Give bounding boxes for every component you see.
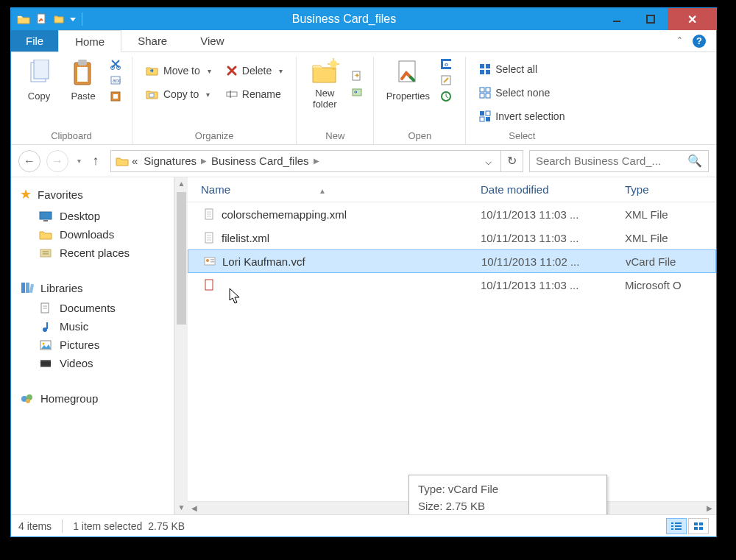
newfolder-icon — [310, 58, 339, 85]
svg-rect-73 — [210, 259, 214, 260]
breadcrumb-sep-icon[interactable]: ▶ — [199, 157, 208, 165]
scroll-left-icon[interactable]: ◀ — [188, 502, 201, 514]
nav-recent[interactable]: Recent places — [11, 244, 174, 262]
paste-shortcut-icon[interactable] — [110, 91, 121, 102]
file-tab[interactable]: File — [11, 30, 58, 52]
nav-music[interactable]: Music — [11, 317, 174, 336]
col-type[interactable]: Type — [625, 183, 703, 196]
nav-desktop[interactable]: Desktop — [11, 207, 174, 225]
help-icon[interactable]: ? — [693, 35, 706, 48]
status-bar: 4 items 1 item selected 2.75 KB — [11, 514, 716, 536]
svg-rect-36 — [486, 88, 490, 92]
share-tab[interactable]: Share — [121, 30, 184, 52]
properties-button[interactable]: Properties — [380, 58, 436, 102]
moveto-button[interactable]: Move to ▾ — [143, 61, 214, 80]
separator — [82, 13, 82, 26]
cut-icon[interactable] — [110, 58, 121, 70]
nav-pictures[interactable]: Pictures — [11, 336, 174, 354]
file-type: XML File — [625, 232, 703, 244]
history-dropdown-icon[interactable]: ▾ — [77, 157, 81, 165]
qat-dropdown-icon[interactable] — [70, 18, 76, 21]
home-tab[interactable]: Home — [58, 30, 121, 52]
nav-videos[interactable]: Videos — [11, 354, 174, 372]
address-dropdown-icon[interactable]: ⌵ — [481, 155, 496, 168]
file-row[interactable]: Lori Kaufman.vcf 10/11/2013 11:02 ... vC… — [188, 249, 716, 273]
view-tab[interactable]: View — [184, 30, 241, 52]
window-controls: ✕ — [600, 8, 716, 30]
scroll-right-icon[interactable]: ▶ — [703, 502, 716, 514]
moveto-icon — [146, 65, 159, 77]
selectall-button[interactable]: Select all — [476, 60, 567, 79]
breadcrumb-segment[interactable]: Business Card_files — [208, 155, 312, 167]
minimize-button[interactable] — [600, 8, 634, 30]
file-icon — [201, 232, 217, 244]
maximize-button[interactable] — [634, 8, 668, 30]
navigation-pane[interactable]: ★Favorites Desktop Downloads Recent plac… — [11, 177, 174, 514]
breadcrumb-sep-icon[interactable]: ▶ — [312, 157, 321, 165]
file-type: vCard File — [626, 255, 702, 268]
nav-downloads[interactable]: Downloads — [11, 225, 174, 244]
search-input[interactable] — [536, 155, 687, 167]
open-icon[interactable]: o — [440, 58, 455, 70]
copy-button[interactable]: Copy — [17, 58, 61, 102]
properties-icon[interactable] — [36, 13, 48, 25]
delete-button[interactable]: Delete ▾ — [223, 61, 286, 80]
column-headers[interactable]: Name▲ Date modified Type — [188, 177, 716, 202]
svg-rect-14 — [149, 93, 154, 97]
star-icon: ★ — [20, 186, 32, 202]
file-row[interactable]: filelist.xml 10/11/2013 11:03 ... XML Fi… — [188, 226, 716, 249]
svg-rect-79 — [675, 525, 682, 527]
icons-view-button[interactable] — [688, 518, 709, 534]
scroll-up-icon[interactable]: ▲ — [175, 177, 188, 191]
file-row[interactable]: colorschememapping.xml 10/11/2013 11:03 … — [188, 202, 716, 226]
minimize-ribbon-icon[interactable]: ˄ — [677, 35, 682, 47]
refresh-button[interactable]: ↻ — [501, 150, 523, 172]
ribbon: Copy Paste abc Clipboard — [11, 52, 716, 145]
col-name[interactable]: Name — [201, 183, 230, 196]
history-icon[interactable] — [440, 91, 455, 102]
svg-rect-50 — [29, 284, 34, 294]
favorites-label: Favorites — [38, 188, 83, 201]
new-item-icon[interactable]: ✦ — [351, 70, 363, 82]
file-name: Lori Kaufman.vcf — [218, 255, 481, 268]
quick-access-toolbar — [11, 13, 88, 26]
libraries-header[interactable]: Libraries — [11, 277, 174, 299]
edit-icon[interactable] — [440, 74, 455, 86]
paste-button[interactable]: Paste — [61, 58, 105, 102]
search-icon[interactable]: 🔍 — [687, 154, 702, 168]
file-row[interactable]: 10/11/2013 11:03 ... Microsoft O — [188, 273, 716, 297]
svg-rect-77 — [675, 522, 682, 524]
svg-rect-39 — [480, 111, 484, 116]
new-folder-icon[interactable] — [54, 14, 64, 24]
easy-access-icon[interactable] — [351, 86, 363, 98]
nav-documents[interactable]: Documents — [11, 299, 174, 317]
close-button[interactable]: ✕ — [668, 8, 716, 30]
selectnone-button[interactable]: Select none — [476, 83, 567, 102]
breadcrumb-segment[interactable]: Signatures — [141, 155, 199, 167]
homegroup-header[interactable]: Homegroup — [11, 387, 174, 409]
search-box[interactable]: 🔍 — [529, 150, 709, 172]
back-button[interactable]: ← — [18, 150, 40, 172]
copyto-button[interactable]: Copy to ▾ — [143, 85, 214, 104]
svg-rect-76 — [671, 522, 673, 524]
copy-path-icon[interactable]: abc — [110, 74, 121, 86]
details-view-button[interactable] — [666, 518, 687, 534]
favorites-header[interactable]: ★Favorites — [11, 182, 174, 207]
status-count: 4 items — [18, 520, 52, 532]
navpane-scrollbar[interactable]: ▲ ▼ — [174, 177, 188, 514]
col-date[interactable]: Date modified — [481, 183, 625, 196]
up-button[interactable]: ↑ — [87, 153, 105, 169]
file-list[interactable]: colorschememapping.xml 10/11/2013 11:03 … — [188, 202, 716, 297]
scroll-thumb[interactable] — [177, 192, 186, 325]
rename-button[interactable]: Rename — [223, 85, 286, 104]
breadcrumb-prefix[interactable]: « — [129, 155, 141, 167]
vcard-icon — [202, 255, 218, 267]
tooltip-size: Size: 2.75 KB — [418, 498, 598, 515]
scroll-down-icon[interactable]: ▼ — [175, 501, 188, 514]
address-bar[interactable]: « Signatures ▶ Business Card_files ▶ ⌵ — [110, 150, 501, 172]
newfolder-button[interactable]: New folder — [302, 58, 347, 110]
forward-button[interactable]: → — [46, 150, 68, 172]
copyto-icon — [146, 88, 159, 100]
selectnone-label: Select none — [495, 87, 550, 99]
invert-button[interactable]: Invert selection — [476, 107, 567, 126]
